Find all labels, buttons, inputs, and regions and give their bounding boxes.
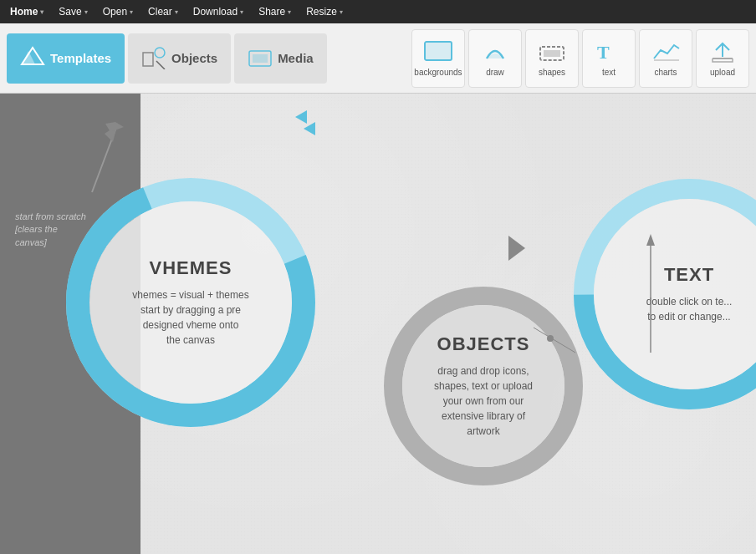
objects-icon — [141, 46, 166, 71]
menu-download[interactable]: Download ▾ — [186, 4, 250, 19]
svg-marker-26 — [508, 236, 525, 261]
objects-desc: drag and drop icons,shapes, text or uplo… — [434, 363, 533, 439]
circle-text: TEXT double click on te...to edit or cha… — [572, 177, 756, 411]
menu-home[interactable]: Home ▾ — [3, 4, 50, 19]
menu-download-label: Download — [193, 6, 238, 18]
tab-objects-label: Objects — [171, 51, 217, 65]
tool-text[interactable]: T text — [582, 29, 636, 88]
tool-shapes[interactable]: shapes — [525, 29, 579, 88]
tab-media-label: Media — [278, 51, 314, 65]
tab-objects[interactable]: Objects — [128, 33, 231, 84]
menu-resize[interactable]: Resize ▾ — [299, 4, 350, 19]
draw-label: draw — [486, 68, 504, 77]
svg-marker-17 — [304, 122, 315, 135]
svg-point-3 — [155, 48, 165, 58]
menu-download-arrow: ▾ — [240, 8, 243, 16]
text-title: TEXT — [664, 264, 714, 286]
menu-share-label: Share — [258, 6, 285, 18]
svg-rect-10 — [544, 50, 560, 57]
tool-draw[interactable]: draw — [468, 29, 522, 88]
template-icon — [20, 46, 45, 71]
menu-clear[interactable]: Clear ▾ — [141, 4, 185, 19]
menu-open-label: Open — [103, 6, 127, 18]
right-tools: backgrounds draw shapes — [411, 29, 749, 88]
tool-backgrounds[interactable]: backgrounds — [411, 29, 465, 88]
shapes-icon — [537, 39, 567, 64]
backgrounds-icon — [423, 39, 453, 64]
menu-bar: Home ▾ Save ▾ Open ▾ Clear ▾ Download ▾ … — [0, 0, 756, 23]
menu-clear-arrow: ▾ — [175, 8, 178, 16]
menu-save-arrow: ▾ — [84, 8, 88, 16]
svg-rect-8 — [425, 42, 452, 60]
canvas-paper[interactable]: VHEMES vhemes = visual + themesstart by … — [140, 94, 756, 554]
charts-label: charts — [654, 68, 677, 77]
vhemes-desc: vhemes = visual + themesstart by draggin… — [132, 287, 248, 348]
vhemes-content: VHEMES vhemes = visual + themesstart by … — [65, 177, 316, 428]
double-arrow-icon — [295, 110, 325, 140]
svg-marker-1 — [22, 51, 35, 64]
menu-share-arrow: ▾ — [288, 8, 291, 16]
svg-line-4 — [156, 61, 165, 69]
tool-upload[interactable]: upload — [696, 29, 749, 88]
menu-save-label: Save — [59, 6, 81, 18]
menu-home-label: Home — [10, 6, 38, 18]
objects-title: OBJECTS — [437, 333, 530, 355]
text-icon: T — [594, 39, 624, 64]
menu-home-arrow: ▾ — [40, 8, 43, 16]
text-label: text — [602, 68, 616, 77]
upload-icon — [707, 39, 738, 64]
tab-templates[interactable]: Templates — [7, 33, 125, 84]
menu-resize-arrow: ▾ — [340, 8, 343, 16]
backgrounds-label: backgrounds — [414, 68, 462, 77]
draw-icon — [480, 39, 510, 64]
toolbar: Templates Objects Media — [0, 23, 756, 94]
vhemes-title: VHEMES — [150, 257, 232, 279]
circle-objects: OBJECTS drag and drop icons,shapes, text… — [383, 286, 584, 486]
svg-text:T: T — [597, 42, 610, 63]
menu-clear-label: Clear — [148, 6, 172, 18]
menu-save[interactable]: Save ▾ — [52, 4, 94, 19]
menu-open[interactable]: Open ▾ — [96, 4, 140, 19]
svg-marker-16 — [295, 110, 307, 124]
menu-open-arrow: ▾ — [130, 8, 133, 16]
circle-vhemes: VHEMES vhemes = visual + themesstart by … — [65, 177, 316, 428]
menu-share[interactable]: Share ▾ — [252, 4, 298, 19]
media-icon — [248, 46, 273, 71]
svg-rect-6 — [253, 54, 268, 63]
tool-charts[interactable]: charts — [639, 29, 692, 88]
objects-content: OBJECTS drag and drop icons,shapes, text… — [383, 286, 584, 486]
shapes-label: shapes — [539, 68, 565, 77]
tab-media[interactable]: Media — [234, 33, 327, 84]
upload-label: upload — [710, 68, 735, 77]
tab-templates-label: Templates — [50, 51, 111, 65]
canvas-area[interactable]: start from scratch[clears thecanvas] VHE… — [0, 94, 756, 554]
svg-rect-2 — [143, 53, 153, 66]
charts-icon — [651, 39, 681, 64]
text-content: TEXT double click on te...to edit or cha… — [572, 177, 756, 411]
menu-resize-label: Resize — [306, 6, 337, 18]
text-desc: double click on te...to edit or change..… — [646, 294, 733, 324]
